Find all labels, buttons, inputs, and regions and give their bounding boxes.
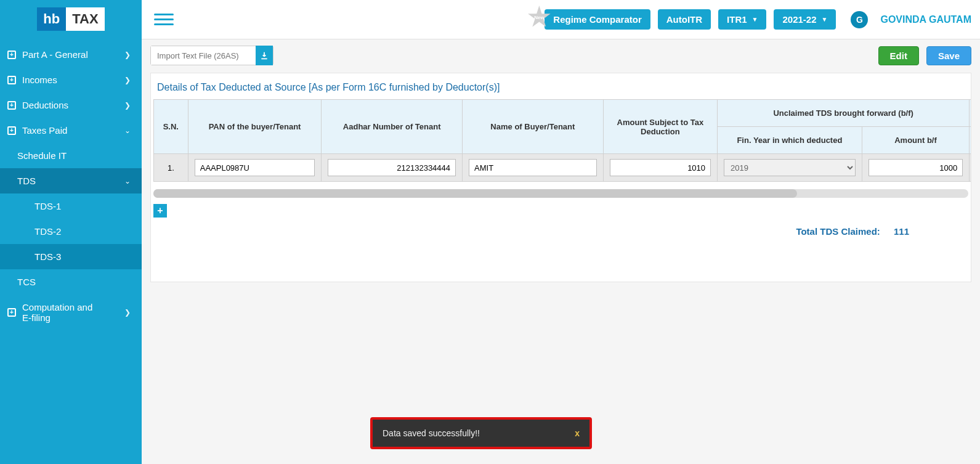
expand-icon: + xyxy=(7,101,16,110)
nav-part-a-general[interactable]: +Part A - General ❯ xyxy=(0,42,142,67)
nav-label: TDS xyxy=(17,176,36,186)
chevron-right-icon: ❯ xyxy=(124,101,131,110)
add-row-button[interactable]: + xyxy=(153,204,167,218)
expand-icon: + xyxy=(7,76,16,84)
logo: hb TAX xyxy=(0,0,142,42)
amount-input[interactable] xyxy=(610,159,711,176)
amount-bf-input[interactable] xyxy=(869,159,963,176)
total-label: Total TDS Claimed: xyxy=(796,226,880,237)
th-pan: PAN of the buyer/Tenant xyxy=(188,100,322,154)
menu-toggle-icon[interactable] xyxy=(154,11,174,28)
sidebar: hb TAX +Part A - General ❯ +Incomes ❯ +D… xyxy=(0,0,142,464)
th-tds-deducted: TDS Deducted xyxy=(970,127,971,154)
itr-dropdown[interactable]: ITR1▼ xyxy=(718,9,766,30)
pan-input[interactable] xyxy=(195,159,315,176)
expand-icon: + xyxy=(7,308,16,317)
nav-tds[interactable]: TDS ⌄ xyxy=(0,168,142,193)
totals: Total TDS Claimed: 111 xyxy=(151,218,971,237)
nav-computation-efiling[interactable]: +Computation and E-filing ❯ xyxy=(0,295,142,330)
nav-label: Computation and E-filing xyxy=(22,302,102,323)
name-input[interactable] xyxy=(469,159,597,176)
horizontal-scrollbar[interactable] xyxy=(153,189,968,198)
toolbar: Edit Save xyxy=(142,39,980,71)
th-sn: S.N. xyxy=(154,100,188,154)
nav-schedule-it[interactable]: Schedule IT xyxy=(0,143,142,168)
nav-tds-1[interactable]: TDS-1 xyxy=(0,193,142,219)
chevron-down-icon: ▼ xyxy=(752,16,758,23)
expand-icon: + xyxy=(7,51,16,59)
table-scroll: S.N. PAN of the buyer/Tenant Aadhar Numb… xyxy=(151,99,971,182)
chevron-right-icon: ❯ xyxy=(124,51,131,59)
new-badge-wrap: New Regime Comparator xyxy=(545,9,650,30)
nav-label: Part A - General xyxy=(22,49,88,60)
chevron-down-icon: ▼ xyxy=(822,16,828,23)
scrollbar-thumb[interactable] xyxy=(153,189,797,198)
header: New Regime Comparator AutoITR ITR1▼ 2021… xyxy=(142,0,980,39)
username[interactable]: GOVINDA GAUTAM xyxy=(880,14,971,25)
expand-icon: + xyxy=(7,126,16,135)
th-amount-bf: Amount b/f xyxy=(862,127,970,154)
toast: Data saved successfully!! x xyxy=(370,417,592,449)
th-amount: Amount Subject to Tax Deduction xyxy=(603,100,717,154)
import-wrap xyxy=(150,46,273,65)
save-button[interactable]: Save xyxy=(926,46,971,65)
chevron-down-icon: ⌄ xyxy=(124,177,131,185)
panel-title: Details of Tax Deducted at Source [As pe… xyxy=(151,73,971,99)
nav-label: Deductions xyxy=(22,100,68,110)
nav-tcs[interactable]: TCS xyxy=(0,269,142,295)
nav-label: Taxes Paid xyxy=(22,125,67,136)
th-unclaimed: Unclaimed TDS brought forward (b/f) xyxy=(718,100,970,127)
tds-panel: Details of Tax Deducted at Source [As pe… xyxy=(150,73,971,282)
itr-label: ITR1 xyxy=(727,14,747,25)
chevron-right-icon: ❯ xyxy=(124,308,131,317)
avatar[interactable]: G xyxy=(851,11,868,28)
import-download-button[interactable] xyxy=(256,46,273,65)
nav-deductions[interactable]: +Deductions ❯ xyxy=(0,92,142,118)
import-text-input[interactable] xyxy=(151,46,256,65)
autoitr-button[interactable]: AutoITR xyxy=(658,9,711,30)
nav-tds-2[interactable]: TDS-2 xyxy=(0,219,142,244)
fin-year-select[interactable]: 2019 xyxy=(724,159,856,176)
toast-message: Data saved successfully!! xyxy=(383,428,480,438)
nav-taxes-paid[interactable]: +Taxes Paid ⌄ xyxy=(0,118,142,143)
regime-comparator-button[interactable]: Regime Comparator xyxy=(545,9,650,30)
total-value: 111 xyxy=(894,226,909,237)
table-row: 1. 2019 xyxy=(154,154,971,182)
tds-table: S.N. PAN of the buyer/Tenant Aadhar Numb… xyxy=(153,99,971,182)
aadhar-input[interactable] xyxy=(328,159,456,176)
logo-hb: hb xyxy=(37,7,66,31)
nav-label: Incomes xyxy=(22,75,57,85)
toast-close-button[interactable]: x xyxy=(575,428,580,438)
year-label: 2021-22 xyxy=(782,14,816,25)
nav-tds-3[interactable]: TDS-3 xyxy=(0,244,142,269)
th-fin-year: Fin. Year in which deducted xyxy=(718,127,862,154)
th-name: Name of Buyer/Tenant xyxy=(463,100,604,154)
cell-sn: 1. xyxy=(154,154,188,182)
chevron-right-icon: ❯ xyxy=(124,76,131,84)
edit-button[interactable]: Edit xyxy=(878,46,919,65)
th-aadhar: Aadhar Number of Tenant xyxy=(322,100,463,154)
logo-tax: TAX xyxy=(66,7,104,31)
nav-incomes[interactable]: +Incomes ❯ xyxy=(0,67,142,92)
th-tds-current: TDS of the current financial xyxy=(970,100,971,127)
chevron-down-icon: ⌄ xyxy=(124,126,131,135)
download-icon xyxy=(260,51,269,60)
year-dropdown[interactable]: 2021-22▼ xyxy=(774,9,836,30)
